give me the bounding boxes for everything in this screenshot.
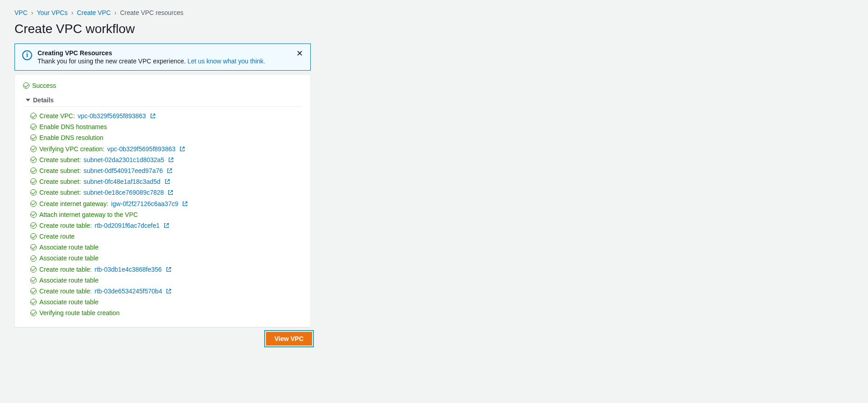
details-toggle[interactable]: Details [23, 94, 302, 107]
success-icon [30, 288, 37, 294]
success-icon [30, 168, 37, 174]
breadcrumb: VPC › Your VPCs › Create VPC › Create VP… [14, 9, 854, 16]
breadcrumb-your-vpcs[interactable]: Your VPCs [37, 9, 67, 16]
step-text: Create route table: [39, 265, 92, 273]
footer-actions: View VPC [14, 330, 314, 347]
info-desc: Thank you for using the new create VPC e… [38, 58, 303, 65]
step-row: Create route table: rtb-03de6534245f570b… [30, 286, 302, 297]
info-title: Creating VPC Resources [38, 49, 303, 57]
success-icon [30, 124, 37, 130]
step-text: Associate route table [39, 254, 99, 262]
success-icon [23, 82, 29, 89]
resource-link[interactable]: vpc-0b329f5695f893863 [78, 112, 146, 120]
chevron-right-icon: › [114, 9, 117, 16]
step-text: Verifying VPC creation: [39, 145, 104, 153]
step-row: Associate route table [30, 253, 302, 264]
page-title: Create VPC workflow [14, 22, 854, 36]
step-row: Create route table: rtb-03db1e4c3868fe35… [30, 264, 302, 275]
success-icon [30, 244, 37, 250]
resource-link[interactable]: subnet-02da2301c1d8032a5 [84, 156, 164, 164]
step-row: Enable DNS hostnames [30, 121, 302, 132]
success-icon [30, 178, 37, 185]
step-row: Associate route table [30, 297, 302, 307]
view-vpc-button[interactable]: View VPC [266, 332, 312, 345]
step-text: Create internet gateway: [39, 200, 109, 208]
step-text: Enable DNS resolution [39, 134, 104, 142]
success-icon [30, 189, 37, 196]
resource-link[interactable]: rtb-03de6534245f570b4 [95, 287, 162, 295]
success-icon [30, 146, 37, 152]
step-row: Attach internet gateway to the VPC [30, 209, 302, 220]
close-icon[interactable]: ✕ [294, 48, 305, 58]
breadcrumb-vpc[interactable]: VPC [14, 9, 28, 16]
resource-link[interactable]: vpc-0b329f5695f893863 [107, 145, 175, 153]
success-icon [30, 134, 37, 141]
step-text: Create route table: [39, 287, 92, 295]
step-text: Create subnet: [39, 188, 81, 197]
info-icon: i [22, 50, 32, 60]
external-link-icon[interactable] [168, 157, 174, 163]
info-alert: i Creating VPC Resources Thank you for u… [14, 43, 311, 71]
external-link-icon[interactable] [167, 189, 174, 196]
progress-card: Success Details Create VPC: vpc-0b329f56… [14, 74, 311, 327]
feedback-link[interactable]: Let us know what you think. [188, 58, 266, 65]
external-link-icon[interactable] [164, 178, 171, 185]
success-icon [30, 255, 37, 262]
steps-list: Create VPC: vpc-0b329f5695f893863Enable … [23, 110, 302, 319]
success-icon [30, 113, 37, 119]
step-row: Create subnet: subnet-02da2301c1d8032a5 [30, 154, 302, 165]
step-row: Create subnet: subnet-0df540917eed97a76 [30, 165, 302, 176]
external-link-icon[interactable] [166, 168, 173, 174]
success-icon [30, 233, 37, 240]
resource-link[interactable]: igw-0f2f27126c6aa37c9 [111, 200, 179, 208]
external-link-icon[interactable] [163, 222, 170, 229]
step-row: Create VPC: vpc-0b329f5695f893863 [30, 110, 302, 121]
step-row: Create subnet: subnet-0fc48e1af18c3ad5d [30, 176, 302, 187]
success-icon [30, 157, 37, 163]
success-icon [30, 222, 37, 229]
resource-link[interactable]: rtb-03db1e4c3868fe356 [95, 265, 162, 273]
view-vpc-button-focus-ring: View VPC [264, 330, 314, 347]
external-link-icon[interactable] [179, 146, 185, 152]
resource-link[interactable]: subnet-0df540917eed97a76 [84, 167, 163, 175]
step-row: Create subnet: subnet-0e18ce769089c7828 [30, 187, 302, 198]
step-text: Associate route table [39, 243, 99, 251]
caret-down-icon [26, 99, 30, 101]
step-row: Create route [30, 231, 302, 242]
success-icon [30, 277, 37, 283]
success-icon [30, 266, 37, 273]
details-label: Details [33, 96, 54, 104]
chevron-right-icon: › [31, 9, 33, 16]
step-text: Create VPC: [39, 112, 75, 120]
status-row: Success [23, 82, 302, 89]
step-text: Associate route table [39, 298, 99, 306]
external-link-icon[interactable] [166, 288, 172, 294]
breadcrumb-current: Create VPC resources [120, 9, 183, 16]
step-row: Verifying route table creation [30, 307, 302, 318]
status-label: Success [32, 82, 56, 89]
step-row: Associate route table [30, 275, 302, 286]
step-text: Create subnet: [39, 156, 81, 164]
external-link-icon[interactable] [166, 266, 172, 273]
success-icon [30, 201, 37, 207]
resource-link[interactable]: subnet-0e18ce769089c7828 [84, 188, 164, 197]
resource-link[interactable]: rtb-0d2091f6ac7dcefe1 [95, 221, 160, 230]
step-text: Associate route table [39, 276, 99, 284]
chevron-right-icon: › [71, 9, 73, 16]
external-link-icon[interactable] [150, 113, 156, 119]
external-link-icon[interactable] [182, 201, 188, 207]
step-text: Create subnet: [39, 167, 81, 175]
resource-link[interactable]: subnet-0fc48e1af18c3ad5d [84, 178, 161, 186]
success-icon [30, 299, 37, 305]
step-row: Create internet gateway: igw-0f2f27126c6… [30, 198, 302, 209]
step-text: Create route [39, 232, 75, 240]
step-text: Verifying route table creation [39, 309, 119, 317]
step-row: Associate route table [30, 242, 302, 253]
success-icon [30, 211, 37, 218]
step-text: Attach internet gateway to the VPC [39, 211, 138, 219]
step-text: Create subnet: [39, 178, 81, 186]
breadcrumb-create-vpc[interactable]: Create VPC [77, 9, 111, 16]
step-text: Enable DNS hostnames [39, 123, 107, 131]
step-row: Enable DNS resolution [30, 132, 302, 143]
step-row: Verifying VPC creation: vpc-0b329f5695f8… [30, 144, 302, 154]
